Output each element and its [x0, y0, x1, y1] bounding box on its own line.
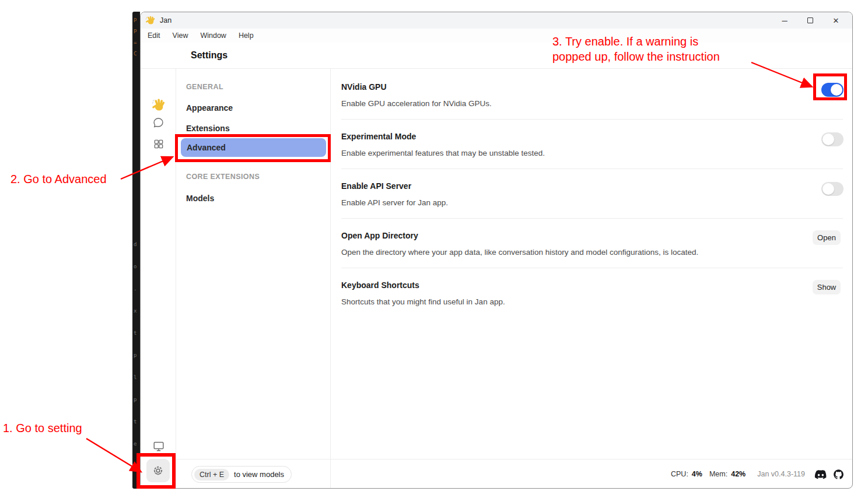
page: P P = C d o . x t p l p t e Jan: [0, 0, 868, 498]
toggle-knob: [822, 134, 834, 145]
terminal-artifact-text: P P = C: [134, 15, 140, 59]
window-controls: ─ ✕: [780, 12, 849, 29]
jan-logo-hand-icon: [145, 15, 156, 26]
settings-content: NVidia GPU Enable GPU acceleration for N…: [331, 69, 852, 459]
highlight-box-advanced: [175, 134, 331, 162]
app-version: Jan v0.4.3-119: [757, 470, 805, 478]
annotation-step3-line1: 3. Try enable. If a warning is: [552, 34, 720, 49]
system-stats: CPU: 4% Mem: 42% Jan v0.4.3-119: [671, 460, 844, 489]
menu-bar: Edit View Window Help: [141, 29, 852, 43]
home-hand-button[interactable]: [141, 98, 176, 112]
window-title: Jan: [160, 16, 172, 24]
settings-header: Settings: [141, 43, 852, 69]
row-divider: [341, 119, 843, 120]
terminal-artifact-text: d o . x t p l p t e: [134, 233, 140, 455]
menu-edit[interactable]: Edit: [148, 31, 160, 40]
menu-help[interactable]: Help: [239, 31, 254, 40]
chat-bubble-icon: [152, 117, 164, 129]
chat-threads-button[interactable]: [141, 117, 176, 129]
nav-item-extensions[interactable]: Extensions: [186, 124, 230, 133]
api-server-toggle[interactable]: [821, 182, 844, 196]
cpu-label: CPU:: [671, 470, 688, 478]
highlight-box-nvidia-toggle: [813, 73, 847, 100]
minimize-button[interactable]: ─: [780, 16, 789, 25]
setting-desc-keyboard-shortcuts: Shortcuts that you might find useful in …: [341, 297, 505, 306]
discord-icon[interactable]: [814, 469, 827, 479]
highlight-box-settings-gear: [136, 453, 176, 489]
shortcut-hint-text: to view models: [234, 470, 284, 479]
setting-title-enable-api-server: Enable API Server: [341, 181, 411, 191]
view-models-shortcut[interactable]: Ctrl + E to view models: [191, 466, 292, 483]
menu-view[interactable]: View: [173, 31, 188, 40]
close-button[interactable]: ✕: [831, 16, 841, 25]
icon-rail: [141, 69, 176, 488]
window-body: GENERAL Appearance Extensions Advanced C…: [141, 69, 852, 488]
nav-item-appearance[interactable]: Appearance: [186, 103, 233, 113]
github-icon[interactable]: [833, 469, 844, 480]
page-title: Settings: [191, 50, 228, 61]
menu-window[interactable]: Window: [200, 31, 226, 40]
annotation-step2: 2. Go to Advanced: [10, 171, 107, 187]
setting-title-experimental-mode: Experimental Mode: [341, 132, 416, 141]
waving-hand-icon: [152, 98, 166, 112]
experimental-mode-toggle[interactable]: [821, 132, 844, 146]
background-terminal-strip: P P = C d o . x t p l p t e: [132, 12, 140, 489]
setting-desc-enable-api-server: Enable API server for Jan app.: [341, 198, 448, 207]
setting-title-nvidia-gpu: NVidia GPU: [341, 82, 387, 92]
nav-section-general: GENERAL: [186, 83, 223, 91]
mem-label: Mem:: [709, 470, 727, 478]
setting-desc-nvidia-gpu: Enable GPU acceleration for NVidia GPUs.: [341, 99, 492, 108]
setting-title-keyboard-shortcuts: Keyboard Shortcuts: [341, 280, 419, 290]
hub-button[interactable]: [141, 138, 176, 150]
monitor-icon: [152, 440, 165, 453]
open-app-directory-button[interactable]: Open: [813, 230, 841, 245]
maximize-icon: [807, 17, 813, 23]
row-divider: [341, 169, 843, 169]
status-bar: Ctrl + E to view models CPU: 4% Mem: 42%…: [176, 459, 852, 488]
row-divider: [341, 218, 843, 219]
grid-icon: [153, 138, 164, 150]
annotation-step1: 1. Go to setting: [3, 420, 82, 436]
annotation-step3: 3. Try enable. If a warning is popped up…: [552, 34, 720, 64]
jan-app-window: Jan ─ ✕ Edit View Window Help Settings: [140, 12, 853, 489]
maximize-button[interactable]: [806, 16, 815, 25]
toggle-knob: [822, 183, 834, 195]
setting-desc-open-app-directory: Open the directory where your app data, …: [341, 248, 698, 257]
nav-section-core-extensions: CORE EXTENSIONS: [186, 173, 260, 181]
settings-nav: GENERAL Appearance Extensions Advanced C…: [176, 69, 331, 488]
mem-value: 42%: [731, 470, 746, 478]
row-divider: [341, 268, 843, 268]
nav-item-models[interactable]: Models: [186, 194, 214, 203]
annotation-step3-line2: popped up, follow the instruction: [552, 49, 720, 64]
setting-desc-experimental-mode: Enable experimental features that may be…: [341, 149, 545, 157]
keyboard-shortcuts-show-button[interactable]: Show: [813, 280, 841, 294]
cpu-value: 4%: [692, 470, 702, 478]
setting-title-open-app-directory: Open App Directory: [341, 231, 418, 240]
ctrl-e-key-chip: Ctrl + E: [194, 469, 229, 481]
system-monitor-button[interactable]: [141, 440, 176, 453]
title-bar: Jan ─ ✕: [141, 12, 852, 29]
